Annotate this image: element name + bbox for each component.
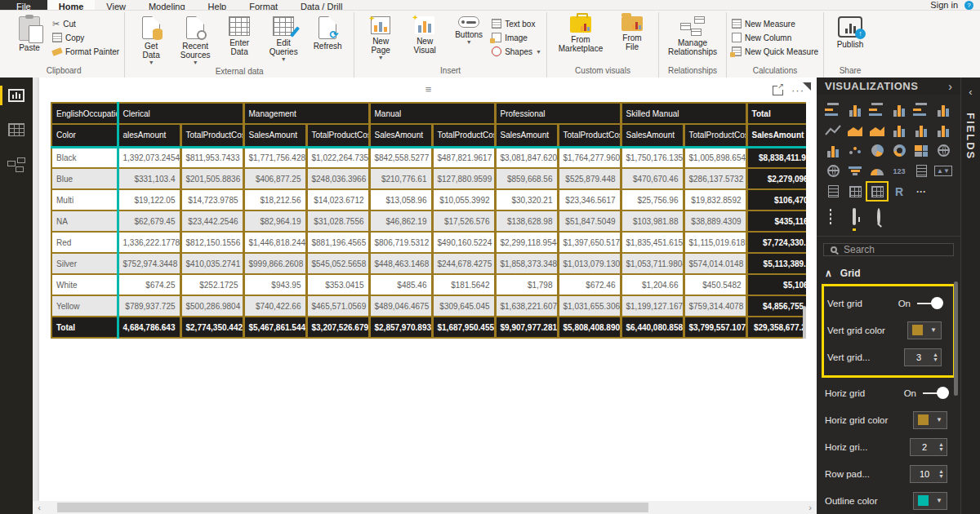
tab-view[interactable]: View [95, 0, 137, 11]
matrix-group-header[interactable]: Clerical [118, 103, 243, 124]
matrix-cell[interactable]: $2,774,350.4426 [180, 317, 243, 338]
viz-icon-treemap[interactable] [911, 142, 931, 159]
matrix-row-label[interactable]: Black [51, 147, 118, 168]
matrix-cell[interactable]: $244,678.4275 [432, 253, 495, 274]
matrix-cell[interactable]: $1,204.66 [621, 274, 684, 295]
matrix-cell[interactable]: $2,279,096.2 [746, 168, 806, 189]
viz-icon-funnel[interactable] [845, 162, 865, 179]
viz-icon-100-stacked-bar-chart[interactable] [911, 101, 931, 118]
viz-icon-line-chart[interactable] [823, 122, 843, 139]
matrix-cell[interactable]: $5,808,408.8906 [558, 317, 621, 338]
matrix-cell[interactable]: $2,857,970.8932 [369, 317, 432, 338]
matrix-cell[interactable]: $1,053,711.9804 [621, 253, 684, 274]
matrix-cell[interactable]: $2,299,118.9544 [495, 232, 558, 253]
recent-sources-button[interactable]: Recent Sources▼ [174, 15, 216, 65]
matrix-cell[interactable]: $759,314.4078 [684, 295, 746, 317]
matrix-visual[interactable]: ≡ ··· EnglishOccupationClericalManagemen… [51, 82, 806, 339]
new-measure-button[interactable]: New Measure [732, 18, 818, 29]
matrix-column-header[interactable]: SalesAmount [369, 124, 432, 147]
viz-icon-line-and-clustered-column-chart[interactable] [911, 122, 931, 139]
matrix-cell[interactable]: $252.1725 [180, 274, 243, 295]
matrix-cell[interactable]: $943.95 [243, 274, 306, 295]
matrix-cell[interactable]: $4,856,755.62 [746, 295, 806, 317]
format-painter-button[interactable]: Format Painter [52, 46, 119, 57]
matrix-cell[interactable]: $31,028.7556 [306, 210, 369, 232]
matrix-column-header[interactable]: SalesAmount [621, 124, 684, 147]
from-marketplace-button[interactable]: From Marketplace [552, 15, 609, 53]
matrix-cell[interactable]: $525,879.448 [558, 168, 621, 189]
visual-vertical-scrollbar[interactable] [803, 306, 806, 339]
matrix-cell[interactable]: $410,035.2741 [180, 253, 243, 274]
viz-icon-scatter-chart[interactable] [845, 142, 865, 159]
matrix-cell[interactable]: $286,137.5732 [684, 168, 746, 189]
number-stepper[interactable]: 10▲▼ [910, 465, 947, 483]
viz-icon-clustered-column-chart[interactable] [889, 101, 909, 118]
from-file-button[interactable]: From File [611, 15, 653, 51]
refresh-button[interactable]: ⟳ Refresh [306, 15, 349, 51]
matrix-cell[interactable]: $1,446,818.2449 [243, 232, 306, 253]
panel-expand-chevron-icon[interactable]: › [948, 80, 952, 93]
number-stepper[interactable]: 2▲▼ [910, 438, 947, 456]
matrix-cell[interactable]: $5,467,861.5445 [243, 317, 306, 338]
matrix-cell[interactable]: $1,750,176.1353 [621, 147, 684, 168]
canvas-horizontal-scrollbar[interactable]: ‹ › [33, 501, 817, 514]
shapes-button[interactable]: Shapes▼ [492, 46, 541, 57]
toggle-switch[interactable] [917, 303, 942, 304]
matrix-cell[interactable]: $14,023.6712 [306, 189, 369, 210]
matrix-cell[interactable]: $1,397,650.5178 [558, 232, 621, 253]
matrix-column-header[interactable]: TotalProductCost [684, 124, 746, 147]
matrix-cell[interactable]: $448,463.1468 [369, 253, 432, 274]
matrix-cell[interactable]: $487,821.9617 [432, 147, 495, 168]
matrix-row-label[interactable]: Silver [51, 253, 118, 274]
viz-icon-matrix[interactable] [867, 183, 887, 200]
new-quick-measure-button[interactable]: New Quick Measure [732, 46, 818, 57]
matrix-table[interactable]: EnglishOccupationClericalManagementManua… [51, 102, 806, 339]
matrix-cell[interactable]: $812,150.1556 [180, 232, 243, 253]
matrix-cell[interactable]: $138,628.98 [495, 210, 558, 232]
viz-icon-table[interactable] [845, 183, 865, 200]
paste-button[interactable]: Paste [8, 15, 51, 52]
matrix-cell[interactable]: $450.5482 [684, 274, 746, 295]
matrix-cell[interactable]: $13,058.96 [369, 189, 432, 210]
matrix-cell[interactable]: $1,771,756.4288 [243, 147, 306, 168]
matrix-cell[interactable]: $881,196.4565 [306, 232, 369, 253]
viz-icon-waterfall-chart[interactable] [823, 142, 843, 159]
matrix-cell[interactable]: $3,799,557.1071 [684, 317, 746, 338]
matrix-cell[interactable]: $106,470.7 [746, 189, 806, 210]
viz-icon-ribbon-chart[interactable] [933, 122, 953, 139]
matrix-cell[interactable]: $23,346.5617 [558, 189, 621, 210]
matrix-cell[interactable]: $406,877.25 [243, 168, 306, 189]
matrix-row-label[interactable]: NA [51, 210, 118, 232]
matrix-cell[interactable]: $82,964.19 [243, 210, 306, 232]
matrix-cell[interactable]: $489,046.4675 [369, 295, 432, 317]
matrix-row-label[interactable]: Blue [51, 168, 118, 189]
matrix-cell[interactable]: $1,013,079.1306 [558, 253, 621, 274]
matrix-column-header[interactable]: SalesAmount [495, 124, 558, 147]
matrix-row-label[interactable]: White [51, 274, 118, 295]
visual-drag-handle-icon[interactable]: ≡ [425, 86, 432, 94]
color-dropdown[interactable]: ▼ [913, 492, 947, 510]
matrix-cell[interactable]: $210,776.61 [369, 168, 432, 189]
matrix-column-header[interactable]: TotalProductCost [558, 124, 621, 147]
matrix-cell[interactable]: $51,847.5049 [558, 210, 621, 232]
fields-collapse-chevron-icon[interactable]: ‹ [969, 86, 972, 98]
matrix-cell[interactable]: $752,974.3448 [118, 253, 180, 274]
matrix-group-header[interactable]: Manual [369, 103, 495, 124]
matrix-cell[interactable]: $740,422.66 [243, 295, 306, 317]
model-view-button[interactable] [0, 157, 33, 172]
matrix-cell[interactable]: $1,031,655.3068 [558, 295, 621, 317]
matrix-cell[interactable]: $811,953.7433 [180, 147, 243, 168]
scrollbar-thumb[interactable] [57, 503, 648, 512]
new-column-button[interactable]: New Column [732, 32, 818, 43]
matrix-cell[interactable]: $14,723.9785 [180, 189, 243, 210]
matrix-cell[interactable]: $435,116.0 [746, 210, 806, 232]
matrix-cell[interactable]: $465,571.0569 [306, 295, 369, 317]
viz-icon-pie-chart[interactable] [867, 142, 887, 159]
cut-button[interactable]: ✂Cut [52, 18, 119, 29]
viz-icon-line-and-stacked-column-chart[interactable] [889, 122, 909, 139]
matrix-cell[interactable]: $1,115,019.6185 [684, 232, 746, 253]
copy-button[interactable]: Copy [52, 32, 119, 43]
analytics-pane-tab[interactable] [877, 210, 880, 231]
new-visual-button[interactable]: ✦ New Visual [403, 15, 446, 55]
matrix-cell[interactable]: $17,526.576 [432, 210, 495, 232]
